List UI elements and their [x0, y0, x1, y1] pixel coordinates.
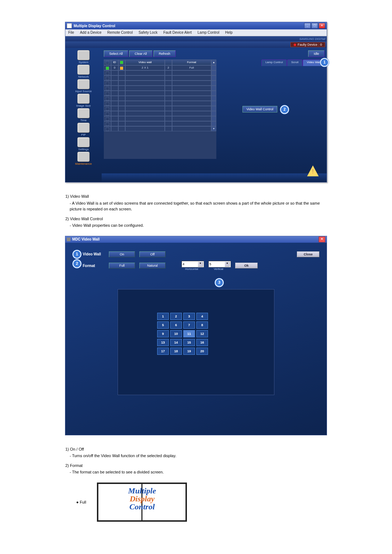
close-button-inner[interactable]: Close: [297, 251, 319, 257]
refresh-button[interactable]: Refresh: [154, 50, 176, 57]
row-check[interactable]: [106, 117, 109, 121]
table-row[interactable]: ▾: [104, 126, 216, 131]
row-check[interactable]: [106, 97, 109, 100]
sidebar-item-maintenance[interactable]: Maintenance: [65, 152, 102, 165]
cell-2[interactable]: 2: [170, 313, 182, 320]
row-check[interactable]: [106, 127, 109, 131]
table-row[interactable]: [104, 121, 216, 126]
cell-11[interactable]: 11: [183, 330, 195, 337]
cell-19[interactable]: 19: [183, 348, 195, 355]
close-button[interactable]: ×: [319, 23, 325, 29]
cell-14[interactable]: 14: [170, 339, 182, 346]
row-check[interactable]: [106, 107, 109, 111]
idle-button[interactable]: Idle: [308, 50, 324, 57]
row-check[interactable]: [106, 77, 109, 80]
row-check[interactable]: [106, 87, 109, 90]
table-row[interactable]: [104, 96, 216, 101]
sidebar-item-settings[interactable]: Settings: [65, 137, 102, 151]
cell-8[interactable]: 8: [196, 321, 208, 329]
menu-add-device[interactable]: Add a Device: [77, 29, 104, 36]
preview-area: document.write(Array.from({length:20},(_…: [118, 289, 274, 395]
table-row[interactable]: [104, 70, 216, 75]
alert-icon: !: [306, 165, 319, 178]
callout-2: 2: [73, 259, 81, 268]
row-check[interactable]: [106, 122, 109, 126]
cell-16[interactable]: 16: [196, 339, 208, 346]
clear-all-button[interactable]: Clear All: [129, 50, 152, 57]
menu-remote-control[interactable]: Remote Control: [105, 29, 136, 36]
table-row[interactable]: [104, 81, 216, 86]
titlebar[interactable]: MDC Video Wall ×: [65, 236, 327, 243]
titlebar[interactable]: Multiple Display Control _ □ ×: [65, 22, 327, 29]
chevron-down-icon[interactable]: ▼: [225, 262, 230, 267]
cell-17[interactable]: 17: [157, 348, 169, 355]
row-check[interactable]: [106, 102, 109, 106]
close-button[interactable]: ×: [319, 237, 325, 242]
row-check[interactable]: [106, 71, 109, 75]
select-all-button[interactable]: Select All: [104, 50, 128, 57]
horizontal-select[interactable]: 4▼: [181, 261, 204, 267]
tab-lamp-control[interactable]: Lamp Control: [261, 59, 287, 66]
col-status[interactable]: [118, 59, 126, 65]
tab-scroll[interactable]: Scroll: [287, 59, 302, 66]
sidebar-item-network[interactable]: Network: [65, 65, 102, 78]
pip-icon: [77, 123, 90, 133]
cell-4[interactable]: 4: [196, 313, 208, 320]
on-button[interactable]: On: [109, 251, 135, 257]
callout-1: 1: [73, 250, 81, 259]
right-pane: Lamp Control Scroll Video Wall 1 Video W…: [216, 59, 327, 173]
callout-2: 2: [280, 105, 289, 114]
vertical-select[interactable]: 5▼: [208, 261, 231, 267]
menu-file[interactable]: File: [65, 29, 77, 36]
col-check[interactable]: [104, 59, 111, 65]
menu-help[interactable]: Help: [222, 29, 236, 36]
scroll-up-button[interactable]: ▴: [211, 59, 216, 65]
video-wall-control-button[interactable]: Video Wall Control: [242, 106, 277, 112]
sidebar-item-image-size[interactable]: Image Size: [65, 94, 102, 107]
scroll-down-button[interactable]: ▾: [211, 126, 216, 131]
maintenance-icon: [77, 152, 90, 162]
menu-safety-lock[interactable]: Safety Lock: [136, 29, 160, 36]
sidebar-item-input-source[interactable]: Input Source: [65, 79, 102, 93]
sidebar-item-pip[interactable]: PIP: [65, 123, 102, 136]
cell-5[interactable]: 5: [157, 321, 169, 329]
sidebar-item-system[interactable]: System: [65, 50, 102, 64]
maximize-button[interactable]: □: [311, 23, 318, 29]
off-button[interactable]: Off: [139, 251, 166, 257]
description-1: 1) Video Wall A Video Wall is a set of v…: [65, 193, 327, 229]
menu-fault-alert[interactable]: Fault Device Alert: [160, 29, 195, 36]
full-button[interactable]: Full: [109, 263, 135, 268]
natural-button[interactable]: Natural: [139, 263, 166, 268]
table-row[interactable]: [104, 86, 216, 91]
chevron-down-icon[interactable]: ▼: [198, 262, 203, 267]
cell-13[interactable]: 13: [157, 339, 169, 346]
cell-10[interactable]: 10: [170, 330, 182, 337]
sidebar-item-time[interactable]: Time: [65, 108, 102, 122]
table-row[interactable]: [104, 75, 216, 81]
cell-3[interactable]: 3: [183, 313, 195, 320]
row-check[interactable]: [106, 66, 109, 70]
minimize-button[interactable]: _: [304, 23, 311, 29]
table-row[interactable]: [104, 101, 216, 106]
row-check[interactable]: [106, 112, 109, 116]
network-icon: [77, 65, 90, 75]
row-check[interactable]: [106, 82, 109, 85]
table-row[interactable]: 0 2 X 1 2 Full: [104, 65, 216, 70]
cell-15[interactable]: 15: [183, 339, 195, 346]
row-check[interactable]: [106, 92, 109, 95]
table-row[interactable]: [104, 116, 216, 121]
table-row[interactable]: [104, 106, 216, 111]
cell-9[interactable]: 9: [157, 330, 169, 337]
full-label: Full: [76, 500, 86, 504]
ok-button[interactable]: Ok: [235, 263, 258, 268]
cell-7[interactable]: 7: [183, 321, 195, 329]
cell-20[interactable]: 20: [196, 348, 208, 355]
cell-1[interactable]: 1: [157, 313, 169, 320]
settings-icon: [77, 137, 90, 147]
cell-18[interactable]: 18: [170, 348, 182, 355]
cell-6[interactable]: 6: [170, 321, 182, 329]
table-row[interactable]: [104, 111, 216, 116]
cell-12[interactable]: 12: [196, 330, 208, 337]
menu-lamp-control[interactable]: Lamp Control: [195, 29, 222, 36]
table-row[interactable]: [104, 91, 216, 96]
